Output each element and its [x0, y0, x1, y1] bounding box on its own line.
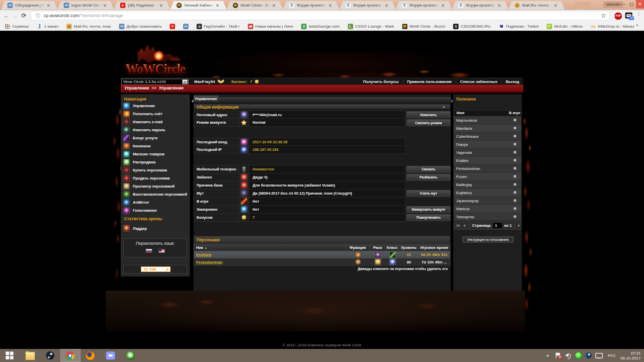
- display-icon[interactable]: [595, 352, 603, 359]
- sidebar-item[interactable]: Просмотр персонажей: [122, 183, 188, 191]
- column-faction[interactable]: Фракция: [346, 244, 370, 250]
- action-button[interactable]: Связать: [407, 166, 450, 172]
- window-minimize-button[interactable]: —: [619, 0, 627, 9]
- useful-row[interactable]: Bailleyjay: [454, 180, 521, 189]
- firefox-icon[interactable]: [80, 349, 101, 362]
- collapse-chevron-icon[interactable]: [442, 106, 445, 108]
- useful-row[interactable]: Exalies: [454, 156, 521, 164]
- browser-tab[interactable]: Форум проекта Wo ✕: [395, 1, 452, 10]
- sidebar-item[interactable]: Восстановление персонажей: [122, 191, 188, 199]
- useful-row[interactable]: Penisdominan: [454, 164, 521, 172]
- page-first-icon[interactable]: [456, 223, 460, 228]
- bookmark-item[interactable]: CSGOBOMJ.RU: [453, 24, 491, 29]
- tab-close-icon[interactable]: ✕: [215, 3, 220, 8]
- sidebar-item[interactable]: Распродажа: [122, 158, 188, 166]
- bookmark-item[interactable]: MrZulin - Hitbox: [547, 24, 583, 29]
- chrome-icon[interactable]: [60, 349, 80, 362]
- tab-close-icon[interactable]: ✕: [497, 3, 502, 8]
- bookmark-item[interactable]: EliteDrop.ru - Магаз: [591, 24, 634, 29]
- column-class[interactable]: Класс: [385, 244, 399, 250]
- main-panel-collapse-handle[interactable]: [192, 100, 193, 103]
- useful-row[interactable]: Ещёмогу: [454, 189, 521, 197]
- sidebar-item[interactable]: Конюшни: [122, 142, 188, 150]
- topbar-link[interactable]: Выход: [502, 78, 523, 85]
- bookmark-item[interactable]: 1 канал: [37, 24, 58, 29]
- visit-counter-banner[interactable]: 22 046 ↗: [141, 266, 171, 272]
- browser-tab[interactable]: Форум проекта Wo ✕: [283, 1, 340, 10]
- back-button[interactable]: ←: [4, 13, 9, 19]
- useful-panel-collapse-handle[interactable]: [451, 100, 453, 103]
- bookmark-item[interactable]: CSGO Lounge - Mark: [348, 24, 394, 29]
- column-nick[interactable]: Ник▲: [194, 244, 346, 250]
- sidebar-item[interactable]: Купить персонажа: [122, 166, 188, 174]
- sidebar-item[interactable]: Управление: [122, 102, 188, 110]
- breadcrumb-root[interactable]: Управление: [124, 86, 149, 90]
- address-bar[interactable]: cp.wowcircle.com/?serverId=6#manage: [31, 11, 610, 20]
- sidebar-item[interactable]: Изменить пароль: [122, 126, 188, 134]
- character-link[interactable]: Kuskara: [196, 253, 211, 257]
- forward-button[interactable]: →: [12, 13, 18, 19]
- useful-row[interactable]: Геворк: [454, 140, 521, 148]
- action-button[interactable]: Снять мут: [407, 190, 450, 197]
- column-ingame[interactable]: В игре: [509, 110, 521, 116]
- bookmark-star-icon[interactable]: [601, 13, 606, 18]
- column-time[interactable]: Игровое время: [418, 244, 450, 250]
- column-level[interactable]: Уровень: [399, 244, 418, 250]
- column-race[interactable]: Раса: [370, 244, 385, 250]
- bookmark-item[interactable]: ГидОнлайн - Твой г: [197, 24, 240, 29]
- character-row[interactable]: Penisdominan807d 10h 45m ...: [194, 258, 451, 266]
- sidebar-item[interactable]: Голосование: [122, 207, 188, 215]
- wowcircle-logo[interactable]: WoWCircle: [123, 43, 227, 76]
- browser-tab[interactable]: Личный Кабинет: lo ✕: [170, 1, 227, 10]
- page-input[interactable]: 1: [493, 223, 502, 228]
- new-tab-button[interactable]: [572, 2, 591, 10]
- page-next-icon[interactable]: [517, 223, 521, 228]
- window-maximize-button[interactable]: [627, 0, 636, 9]
- server-select[interactable]: Wow Circle 3.3.5a x100: [121, 78, 188, 84]
- useful-row[interactable]: Mandaria: [454, 124, 521, 132]
- tray-steam-icon[interactable]: [585, 352, 593, 359]
- action-button[interactable]: Пожертвовать: [407, 214, 450, 221]
- bookmark-item[interactable]: WoW Circle - беспл: [402, 24, 445, 29]
- steam-icon[interactable]: [40, 349, 60, 362]
- topbar-link[interactable]: Список забаненых: [456, 78, 501, 85]
- tab-close-icon[interactable]: ✕: [102, 3, 107, 8]
- tab-close-icon[interactable]: ✕: [553, 3, 558, 8]
- browser-tab[interactable]: WoW Circle - беспл ✕: [226, 1, 283, 10]
- sidebar-item[interactable]: Изменить e-mail: [122, 118, 188, 126]
- bookmark-item[interactable]: Сервисы: [5, 24, 29, 29]
- browser-tab[interactable]: Форум проекта Wo ✕: [339, 1, 396, 10]
- volume-icon[interactable]: [565, 352, 573, 359]
- tab-close-icon[interactable]: ✕: [158, 3, 164, 8]
- browser-tab[interactable]: Обсуждения | Офи ✕: [1, 1, 58, 10]
- useful-row[interactable]: Puzen: [454, 172, 521, 180]
- useful-row[interactable]: Waricus: [454, 205, 521, 213]
- sidebar-item[interactable]: Пополнить счёт: [122, 110, 188, 118]
- useful-row[interactable]: Cubertinsane: [454, 132, 521, 140]
- useful-row[interactable]: Мартылюха: [454, 116, 521, 124]
- vote-instruction-button[interactable]: Инструкция по голосованию: [462, 237, 513, 242]
- sidebar-item[interactable]: Ладдер: [122, 224, 188, 232]
- character-link[interactable]: Penisdominan: [196, 260, 222, 264]
- tab-close-icon[interactable]: ✕: [440, 3, 445, 8]
- useful-row[interactable]: Vageneia: [454, 148, 521, 156]
- topbar-link[interactable]: Правила пользования: [403, 78, 456, 85]
- action-button[interactable]: Сменить режим: [407, 119, 450, 126]
- action-button[interactable]: Заморозить аккаунт: [407, 206, 450, 213]
- explorer-icon[interactable]: [20, 349, 40, 362]
- action-button[interactable]: Разбанить: [407, 174, 450, 180]
- mail-extension-icon[interactable]: [625, 13, 632, 19]
- page-info-icon[interactable]: [36, 14, 40, 18]
- bookmark-item[interactable]: dota2lounge.com: [301, 24, 340, 29]
- bookmarks-overflow-button[interactable]: »: [636, 22, 642, 28]
- topbar-link[interactable]: Получить бонусы: [359, 78, 403, 85]
- bookmark-item[interactable]: [183, 24, 189, 29]
- action-center-flag-icon[interactable]: ✕: [555, 352, 562, 359]
- tab-close-icon[interactable]: ✕: [328, 3, 333, 8]
- window-close-button[interactable]: ✕: [636, 0, 644, 9]
- bookmark-item[interactable]: Mail.Ru: почта, поис: [66, 24, 111, 29]
- column-name[interactable]: Имя: [454, 110, 509, 116]
- keyboard-language[interactable]: РУС: [608, 353, 616, 357]
- browser-tab[interactable]: Mail.Ru: почта, пои ✕: [508, 1, 565, 10]
- sidebar-item[interactable]: Продать персонажа: [122, 174, 188, 183]
